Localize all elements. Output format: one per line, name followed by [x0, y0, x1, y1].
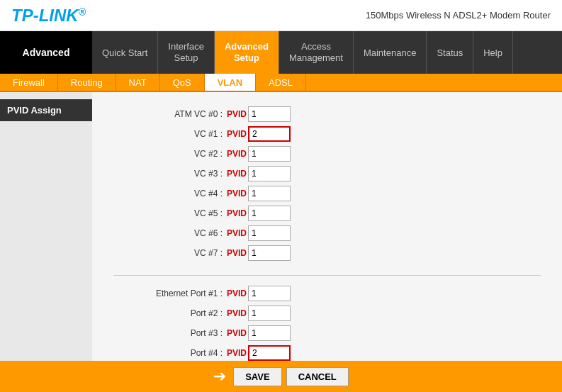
- atm-vc2-label: VC #2 :: [113, 149, 227, 159]
- form-row-atm-vc6: VC #6 : PVID: [113, 225, 541, 241]
- nav-item-advanced-setup[interactable]: AdvancedSetup: [215, 31, 279, 74]
- form-row-eth-port4: Port #4 : PVID: [113, 345, 541, 361]
- subnav: Firewall Routing NAT QoS VLAN ADSL: [0, 74, 562, 92]
- arrow-icon: ➔: [213, 367, 226, 386]
- form-row-eth-port3: Port #3 : PVID: [113, 325, 541, 341]
- nav-item-access-management[interactable]: AccessManagement: [279, 31, 354, 74]
- footer: ➔ SAVE CANCEL: [0, 361, 562, 392]
- atm-vc6-label: VC #6 :: [113, 228, 227, 238]
- nav-advanced-label: Advanced: [0, 31, 92, 74]
- cancel-button[interactable]: CANCEL: [286, 367, 349, 386]
- atm-vc3-label: VC #3 :: [113, 169, 227, 179]
- atm-vc1-label: VC #1 :: [113, 129, 227, 139]
- main-content: ATM VC #0 : PVID VC #1 : PVID VC #2 : PV…: [92, 92, 562, 361]
- eth-port4-label: Port #4 :: [113, 348, 227, 358]
- eth-port1-label: Ethernet Port #1 :: [113, 289, 227, 298]
- atm-vc7-input[interactable]: [248, 245, 291, 261]
- main-nav: Advanced Quick Start InterfaceSetup Adva…: [0, 31, 562, 74]
- atm-vc0-input[interactable]: [248, 106, 291, 122]
- nav-item-interface-setup[interactable]: InterfaceSetup: [158, 31, 215, 74]
- atm-vc0-label: ATM VC #0 :: [113, 109, 227, 119]
- atm-vc6-input[interactable]: [248, 225, 291, 241]
- nav-items: Quick Start InterfaceSetup AdvancedSetup…: [92, 31, 562, 74]
- header: TP-LINK® 150Mbps Wireless N ADSL2+ Modem…: [0, 0, 562, 31]
- form-row-atm-vc7: VC #7 : PVID: [113, 245, 541, 261]
- nav-item-status[interactable]: Status: [427, 31, 473, 74]
- eth-port3-label: Port #3 :: [113, 328, 227, 338]
- form-row-eth-port2: Port #2 : PVID: [113, 306, 541, 321]
- form-row-atm-vc4: VC #4 : PVID: [113, 186, 541, 201]
- subnav-adsl[interactable]: ADSL: [256, 74, 306, 91]
- form-row-atm-vc3: VC #3 : PVID: [113, 166, 541, 181]
- form-row-atm-vc2: VC #2 : PVID: [113, 146, 541, 162]
- sidebar-pvid-assign: PVID Assign: [0, 99, 92, 121]
- form-row-atm-vc1: VC #1 : PVID: [113, 126, 541, 142]
- atm-vc3-input[interactable]: [248, 166, 291, 181]
- eth-port2-label: Port #2 :: [113, 308, 227, 318]
- atm-vc4-label: VC #4 :: [113, 189, 227, 198]
- atm-vc5-label: VC #5 :: [113, 208, 227, 218]
- sidebar: PVID Assign: [0, 92, 92, 361]
- nav-item-maintenance[interactable]: Maintenance: [354, 31, 427, 74]
- eth-port1-input[interactable]: [248, 286, 291, 301]
- save-button[interactable]: SAVE: [233, 367, 281, 386]
- form-row-atm-vc5: VC #5 : PVID: [113, 206, 541, 221]
- subnav-qos[interactable]: QoS: [160, 74, 205, 91]
- atm-vc7-label: VC #7 :: [113, 248, 227, 258]
- device-title: 150Mbps Wireless N ADSL2+ Modem Router: [366, 10, 551, 21]
- eth-port4-input[interactable]: [248, 345, 291, 361]
- subnav-nat[interactable]: NAT: [116, 74, 160, 91]
- atm-vc1-input[interactable]: [248, 126, 291, 142]
- subnav-routing[interactable]: Routing: [58, 74, 116, 91]
- form-row-atm-vc0: ATM VC #0 : PVID: [113, 106, 541, 122]
- content: PVID Assign ATM VC #0 : PVID VC #1 : PVI…: [0, 92, 562, 361]
- nav-item-help[interactable]: Help: [473, 31, 513, 74]
- subnav-vlan[interactable]: VLAN: [205, 74, 256, 91]
- atm-section: ATM VC #0 : PVID VC #1 : PVID VC #2 : PV…: [113, 106, 541, 276]
- nav-item-quick-start[interactable]: Quick Start: [92, 31, 158, 74]
- form-row-eth-port1: Ethernet Port #1 : PVID: [113, 286, 541, 301]
- ethernet-section: Ethernet Port #1 : PVID Port #2 : PVID P…: [113, 286, 541, 361]
- logo: TP-LINK®: [11, 6, 86, 26]
- eth-port3-input[interactable]: [248, 325, 291, 341]
- subnav-firewall[interactable]: Firewall: [0, 74, 58, 91]
- atm-vc5-input[interactable]: [248, 206, 291, 221]
- eth-port2-input[interactable]: [248, 306, 291, 321]
- atm-vc2-input[interactable]: [248, 146, 291, 162]
- atm-vc4-input[interactable]: [248, 186, 291, 201]
